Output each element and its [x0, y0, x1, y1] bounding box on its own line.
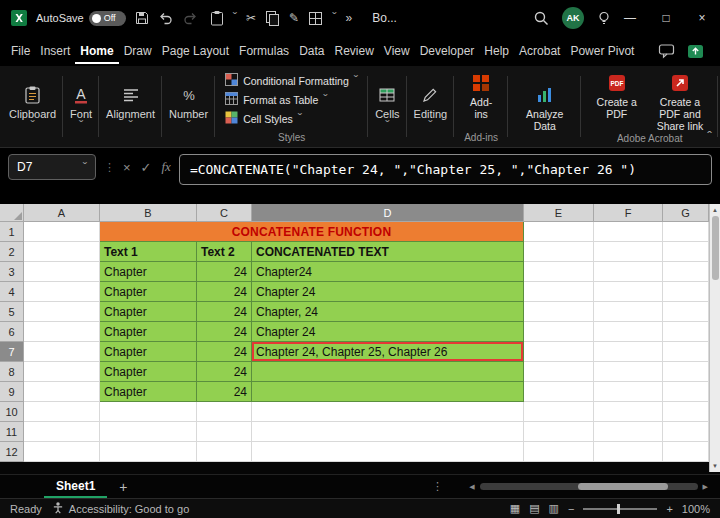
cell-F12[interactable] — [594, 442, 663, 462]
menu-tab-insert[interactable]: Insert — [35, 38, 75, 64]
row-header-2[interactable]: 2 — [0, 242, 24, 262]
conditional-formatting-button[interactable]: Conditional Formatting ˇ — [222, 72, 361, 89]
row-header-10[interactable]: 10 — [0, 402, 24, 422]
close-button[interactable]: × — [684, 0, 720, 36]
search-icon[interactable] — [533, 10, 550, 27]
format-painter-icon[interactable]: ✎ — [289, 11, 299, 25]
cell-A1[interactable] — [24, 222, 100, 242]
column-header-C[interactable]: C — [197, 204, 252, 222]
tab-splitter-icon[interactable]: ⋮ — [432, 480, 443, 493]
cell-A4[interactable] — [24, 282, 100, 302]
cell-F8[interactable] — [594, 362, 663, 382]
maximize-button[interactable]: □ — [648, 0, 684, 36]
cell-B4[interactable]: Chapter — [100, 282, 197, 302]
formula-input[interactable]: =CONCATENATE("Chapter 24, ","Chapter 25,… — [179, 154, 712, 185]
cell-C4[interactable]: 24 — [197, 282, 252, 302]
column-header-G[interactable]: G — [663, 204, 709, 222]
page-break-view-button[interactable]: ▥ — [549, 502, 559, 515]
format-as-table-button[interactable]: Format as Table ˇ — [222, 91, 361, 108]
cell-E2[interactable] — [524, 242, 594, 262]
cell-G6[interactable] — [663, 322, 709, 342]
cell-F11[interactable] — [594, 422, 663, 442]
zoom-in-button[interactable]: + — [666, 503, 672, 515]
column-header-B[interactable]: B — [100, 204, 197, 222]
cell-C7[interactable]: 24 — [197, 342, 252, 362]
create-pdf-button[interactable]: PDF Create a PDF — [588, 69, 645, 120]
cell-C3[interactable]: 24 — [197, 262, 252, 282]
cell-C2[interactable]: Text 2 — [197, 242, 252, 262]
cell-A2[interactable] — [24, 242, 100, 262]
h-scroll-thumb[interactable] — [578, 483, 668, 490]
cell-B1[interactable]: CONCATENATE FUNCTION — [100, 222, 524, 242]
autosave-toggle[interactable]: Off — [89, 11, 126, 26]
row-header-12[interactable]: 12 — [0, 442, 24, 462]
create-pdf-share-button[interactable]: Create a PDF and Share link — [649, 69, 711, 132]
cell-D3[interactable]: Chapter24 — [252, 262, 524, 282]
cell-D9[interactable] — [252, 382, 524, 402]
row-header-11[interactable]: 11 — [0, 422, 24, 442]
name-box[interactable]: D7 ˇ — [8, 154, 96, 180]
cell-E12[interactable] — [524, 442, 594, 462]
cut-icon[interactable]: ✂ — [246, 11, 256, 25]
cell-C8[interactable]: 24 — [197, 362, 252, 382]
ribbon-group-alignment[interactable]: Alignment ˇ — [99, 66, 162, 147]
comments-icon[interactable] — [658, 43, 675, 59]
cell-G5[interactable] — [663, 302, 709, 322]
cell-D7[interactable]: Chapter 24, Chapter 25, Chapter 26 — [252, 342, 524, 362]
cell-C10[interactable] — [197, 402, 252, 422]
menu-tab-draw[interactable]: Draw — [119, 38, 157, 64]
cell-E7[interactable] — [524, 342, 594, 362]
insert-function-icon[interactable]: fx — [162, 159, 171, 175]
cell-E10[interactable] — [524, 402, 594, 422]
cell-C5[interactable]: 24 — [197, 302, 252, 322]
normal-view-button[interactable]: ▦ — [510, 502, 520, 515]
column-header-A[interactable]: A — [24, 204, 100, 222]
cell-F9[interactable] — [594, 382, 663, 402]
cell-D4[interactable]: Chapter 24 — [252, 282, 524, 302]
cell-E4[interactable] — [524, 282, 594, 302]
undo-icon[interactable] — [158, 10, 174, 26]
cell-A7[interactable] — [24, 342, 100, 362]
cell-F6[interactable] — [594, 322, 663, 342]
borders-icon[interactable] — [308, 11, 323, 26]
cell-B8[interactable]: Chapter — [100, 362, 197, 382]
cell-D11[interactable] — [252, 422, 524, 442]
menu-tab-file[interactable]: File — [6, 38, 35, 64]
column-header-E[interactable]: E — [524, 204, 594, 222]
cell-G1[interactable] — [663, 222, 709, 242]
v-scroll-thumb[interactable] — [712, 216, 719, 280]
ribbon-group-editing[interactable]: Editing ˇ — [407, 66, 455, 147]
ribbon-group-number[interactable]: % Number ˇ — [162, 66, 215, 147]
cell-D2[interactable]: CONCATENATED TEXT — [252, 242, 524, 262]
ribbon-group-cells[interactable]: Cells ˇ — [368, 66, 406, 147]
cell-A9[interactable] — [24, 382, 100, 402]
cell-F1[interactable] — [594, 222, 663, 242]
zoom-level[interactable]: 100% — [682, 503, 710, 515]
collapse-ribbon-icon[interactable]: ˆ — [707, 132, 712, 142]
cell-F5[interactable] — [594, 302, 663, 322]
scroll-right-icon[interactable]: ▶ — [703, 483, 708, 491]
cell-B12[interactable] — [100, 442, 197, 462]
page-layout-view-button[interactable]: ▤ — [529, 502, 539, 515]
cell-F4[interactable] — [594, 282, 663, 302]
cell-B7[interactable]: Chapter — [100, 342, 197, 362]
scroll-up-icon[interactable]: ▲ — [712, 204, 718, 216]
share-icon[interactable] — [687, 44, 704, 59]
cell-B6[interactable]: Chapter — [100, 322, 197, 342]
sheet-tab-sheet1[interactable]: Sheet1 — [44, 475, 107, 498]
cell-B5[interactable]: Chapter — [100, 302, 197, 322]
cell-A12[interactable] — [24, 442, 100, 462]
cell-C9[interactable]: 24 — [197, 382, 252, 402]
menu-tab-data[interactable]: Data — [294, 38, 329, 64]
row-header-6[interactable]: 6 — [0, 322, 24, 342]
cell-C11[interactable] — [197, 422, 252, 442]
row-header-1[interactable]: 1 — [0, 222, 24, 242]
ribbon-group-clipboard[interactable]: Clipboard ˇ — [2, 66, 63, 147]
scroll-left-icon[interactable]: ◀ — [469, 483, 474, 491]
add-ins-button[interactable]: Add-ins — [461, 69, 501, 120]
cell-E11[interactable] — [524, 422, 594, 442]
row-header-7[interactable]: 7 — [0, 342, 24, 362]
cell-D5[interactable]: Chapter, 24 — [252, 302, 524, 322]
cell-A3[interactable] — [24, 262, 100, 282]
cell-B10[interactable] — [100, 402, 197, 422]
